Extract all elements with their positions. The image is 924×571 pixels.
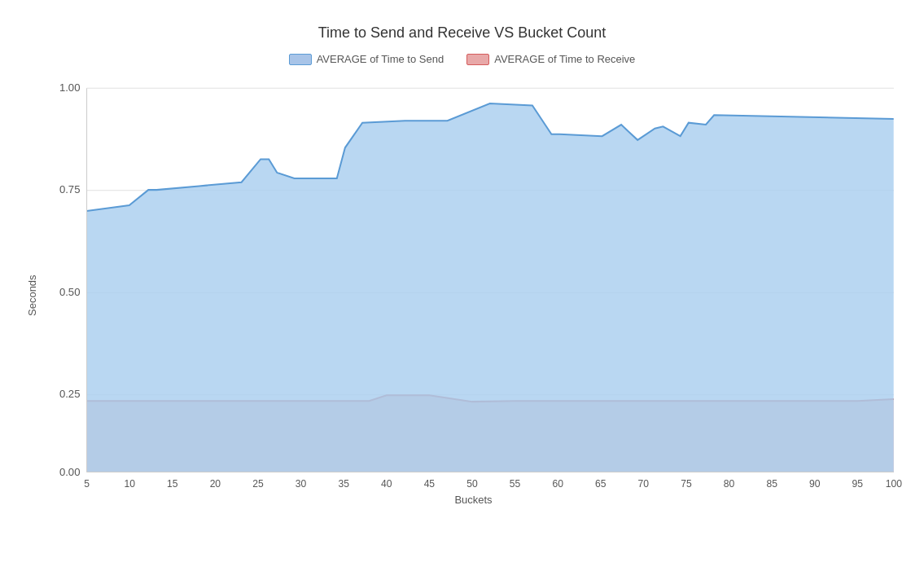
legend-send-label: AVERAGE of Time to Send: [317, 53, 444, 65]
x-tick-5: 5: [84, 478, 90, 489]
x-tick-90: 90: [809, 478, 821, 489]
legend-receive-color: [466, 54, 489, 65]
chart-inner: 1.00 0.75 0.50 0.25 0.00 5 10 15 20 25 3…: [46, 80, 902, 512]
x-tick-85: 85: [766, 478, 777, 489]
chart-svg-area: 1.00 0.75 0.50 0.25 0.00 5 10 15 20 25 3…: [46, 80, 902, 489]
x-tick-45: 45: [423, 478, 435, 489]
x-tick-75: 75: [681, 478, 692, 489]
x-tick-40: 40: [381, 478, 392, 489]
legend-receive: AVERAGE of Time to Receive: [466, 53, 635, 65]
y-tick-25: 0.25: [59, 388, 80, 400]
x-axis-label: Buckets: [46, 494, 902, 512]
legend-send: AVERAGE of Time to Send: [289, 53, 444, 65]
y-tick-50: 0.50: [59, 286, 80, 298]
legend-receive-label: AVERAGE of Time to Receive: [494, 53, 635, 65]
x-tick-25: 25: [252, 478, 264, 489]
x-tick-50: 50: [466, 478, 478, 489]
x-tick-60: 60: [552, 478, 563, 489]
chart-legend: AVERAGE of Time to Send AVERAGE of Time …: [289, 53, 636, 65]
chart-container: Time to Send and Receive VS Bucket Count…: [0, 0, 924, 571]
x-tick-70: 70: [637, 478, 649, 489]
x-tick-10: 10: [124, 478, 135, 489]
x-tick-55: 55: [509, 478, 520, 489]
y-tick-75: 0.75: [59, 183, 80, 195]
x-tick-20: 20: [209, 478, 221, 489]
x-tick-95: 95: [852, 478, 863, 489]
y-tick-100: 1.00: [59, 81, 80, 94]
x-tick-15: 15: [167, 478, 178, 489]
chart-area: Seconds: [23, 80, 902, 512]
x-tick-35: 35: [338, 478, 349, 489]
x-tick-80: 80: [723, 478, 734, 489]
x-tick-65: 65: [595, 478, 607, 489]
y-axis-label: Seconds: [23, 80, 41, 512]
chart-title: Time to Send and Receive VS Bucket Count: [318, 24, 607, 42]
chart-svg: 1.00 0.75 0.50 0.25 0.00 5 10 15 20 25 3…: [46, 80, 902, 489]
legend-send-color: [289, 54, 312, 65]
send-area: [86, 103, 893, 472]
y-tick-0: 0.00: [59, 466, 80, 478]
x-tick-30: 30: [295, 478, 306, 489]
x-tick-100: 100: [885, 478, 901, 489]
